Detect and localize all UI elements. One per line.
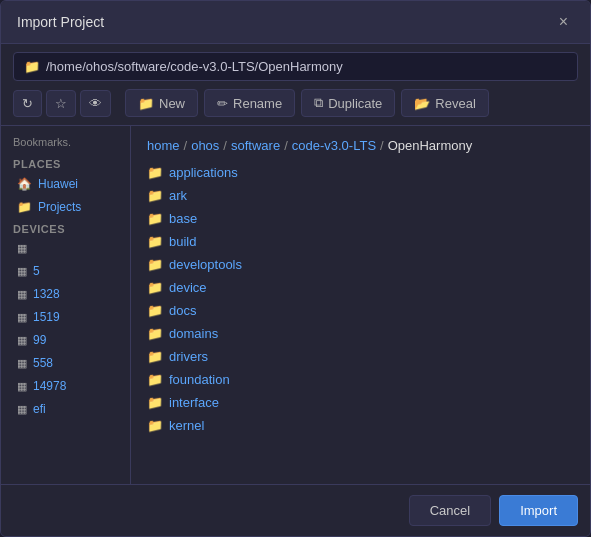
- breadcrumb-software[interactable]: software: [231, 138, 280, 153]
- breadcrumb-sep-1: /: [184, 138, 188, 153]
- folder-item-foundation[interactable]: 📁foundation: [131, 368, 590, 391]
- folder-label: foundation: [169, 372, 230, 387]
- breadcrumb-sep-2: /: [223, 138, 227, 153]
- cancel-button[interactable]: Cancel: [409, 495, 491, 526]
- sidebar-item-device-0[interactable]: ▦: [5, 238, 126, 259]
- folder-icon: 📁: [147, 349, 163, 364]
- folder-item-base[interactable]: 📁base: [131, 207, 590, 230]
- main-area: Bookmarks. Places 🏠 Huawei 📁 Projects De…: [1, 125, 590, 484]
- reveal-icon: 📂: [414, 96, 430, 111]
- duplicate-icon: ⧉: [314, 95, 323, 111]
- folder-label: drivers: [169, 349, 208, 364]
- duplicate-button[interactable]: ⧉ Duplicate: [301, 89, 395, 117]
- duplicate-label: Duplicate: [328, 96, 382, 111]
- close-button[interactable]: ×: [553, 11, 574, 33]
- path-bar: 📁 /home/ohos/software/code-v3.0-LTS/Open…: [13, 52, 578, 81]
- sidebar-item-device-14978[interactable]: ▦ 14978: [5, 375, 126, 397]
- eye-icon: 👁: [89, 96, 102, 111]
- folder-label: applications: [169, 165, 238, 180]
- devices-label: Devices: [1, 219, 130, 237]
- rename-icon: ✏: [217, 96, 228, 111]
- folder-label: base: [169, 211, 197, 226]
- sidebar-item-projects[interactable]: 📁 Projects: [5, 196, 126, 218]
- drive-icon-5: ▦: [17, 265, 27, 278]
- folder-item-applications[interactable]: 📁applications: [131, 161, 590, 184]
- folder-item-developtools[interactable]: 📁developtools: [131, 253, 590, 276]
- folder-icon: 📁: [147, 372, 163, 387]
- folder-items-container: 📁applications📁ark📁base📁build📁developtool…: [131, 161, 590, 437]
- sidebar-huawei-label: Huawei: [38, 177, 78, 191]
- sidebar-item-device-efi[interactable]: ▦ efi: [5, 398, 126, 420]
- drive-icon-14978: ▦: [17, 380, 27, 393]
- folder-label: docs: [169, 303, 196, 318]
- sidebar-device-label-99: 99: [33, 333, 46, 347]
- refresh-button[interactable]: ↻: [13, 90, 42, 117]
- folder-item-build[interactable]: 📁build: [131, 230, 590, 253]
- sidebar-item-device-5[interactable]: ▦ 5: [5, 260, 126, 282]
- new-button[interactable]: 📁 New: [125, 89, 198, 117]
- breadcrumb-openharmony: OpenHarmony: [388, 138, 473, 153]
- breadcrumb-sep-3: /: [284, 138, 288, 153]
- rename-button[interactable]: ✏ Rename: [204, 89, 295, 117]
- folder-label: device: [169, 280, 207, 295]
- folder-item-kernel[interactable]: 📁kernel: [131, 414, 590, 437]
- folder-label: developtools: [169, 257, 242, 272]
- folder-icon: 📁: [147, 280, 163, 295]
- breadcrumb-code-lts[interactable]: code-v3.0-LTS: [292, 138, 376, 153]
- folder-item-domains[interactable]: 📁domains: [131, 322, 590, 345]
- breadcrumb-home[interactable]: home: [147, 138, 180, 153]
- new-label: New: [159, 96, 185, 111]
- sidebar-item-huawei[interactable]: 🏠 Huawei: [5, 173, 126, 195]
- folder-icon: 📁: [147, 165, 163, 180]
- folder-icon: 📁: [147, 395, 163, 410]
- folder-label: domains: [169, 326, 218, 341]
- places-label: Places: [1, 154, 130, 172]
- folder-item-device[interactable]: 📁device: [131, 276, 590, 299]
- eye-button[interactable]: 👁: [80, 90, 111, 117]
- folder-label: ark: [169, 188, 187, 203]
- sidebar-device-label-1328: 1328: [33, 287, 60, 301]
- sidebar-item-device-1519[interactable]: ▦ 1519: [5, 306, 126, 328]
- file-list: home / ohos / software / code-v3.0-LTS /…: [131, 126, 590, 484]
- folder-item-ark[interactable]: 📁ark: [131, 184, 590, 207]
- refresh-icon: ↻: [22, 96, 33, 111]
- toolbar-left-buttons: ↻ ☆ 👁: [13, 90, 111, 117]
- folder-label: build: [169, 234, 196, 249]
- folder-icon: 📁: [147, 326, 163, 341]
- folder-icon: 📁: [147, 188, 163, 203]
- folder-item-docs[interactable]: 📁docs: [131, 299, 590, 322]
- folder-icon: 📁: [147, 303, 163, 318]
- current-path: /home/ohos/software/code-v3.0-LTS/OpenHa…: [46, 59, 567, 74]
- drive-icon-1328: ▦: [17, 288, 27, 301]
- sidebar-item-device-99[interactable]: ▦ 99: [5, 329, 126, 351]
- sidebar-device-label-558: 558: [33, 356, 53, 370]
- path-folder-icon: 📁: [24, 59, 40, 74]
- drive-icon-99: ▦: [17, 334, 27, 347]
- folder-item-drivers[interactable]: 📁drivers: [131, 345, 590, 368]
- reveal-button[interactable]: 📂 Reveal: [401, 89, 488, 117]
- sidebar-device-label-1519: 1519: [33, 310, 60, 324]
- breadcrumb-ohos[interactable]: ohos: [191, 138, 219, 153]
- bookmark-button[interactable]: ☆: [46, 90, 76, 117]
- toolbar-actions: 📁 New ✏ Rename ⧉ Duplicate 📂 Reveal: [125, 89, 578, 117]
- sidebar-item-device-558[interactable]: ▦ 558: [5, 352, 126, 374]
- sidebar-device-label-14978: 14978: [33, 379, 66, 393]
- new-folder-icon: 📁: [138, 96, 154, 111]
- sidebar-projects-label: Projects: [38, 200, 81, 214]
- breadcrumb: home / ohos / software / code-v3.0-LTS /…: [131, 134, 590, 161]
- sidebar: Bookmarks. Places 🏠 Huawei 📁 Projects De…: [1, 126, 131, 484]
- folder-label: kernel: [169, 418, 204, 433]
- sidebar-device-label-efi: efi: [33, 402, 46, 416]
- rename-label: Rename: [233, 96, 282, 111]
- sidebar-item-device-1328[interactable]: ▦ 1328: [5, 283, 126, 305]
- drive-icon-1519: ▦: [17, 311, 27, 324]
- folder-icon: 📁: [147, 257, 163, 272]
- import-button[interactable]: Import: [499, 495, 578, 526]
- folder-icon: 📁: [147, 211, 163, 226]
- import-project-dialog: Import Project × 📁 /home/ohos/software/c…: [0, 0, 591, 537]
- drive-icon-558: ▦: [17, 357, 27, 370]
- folder-item-interface[interactable]: 📁interface: [131, 391, 590, 414]
- drive-icon-0: ▦: [17, 242, 27, 255]
- dialog-title: Import Project: [17, 14, 104, 30]
- bookmarks-note: Bookmarks.: [1, 134, 130, 154]
